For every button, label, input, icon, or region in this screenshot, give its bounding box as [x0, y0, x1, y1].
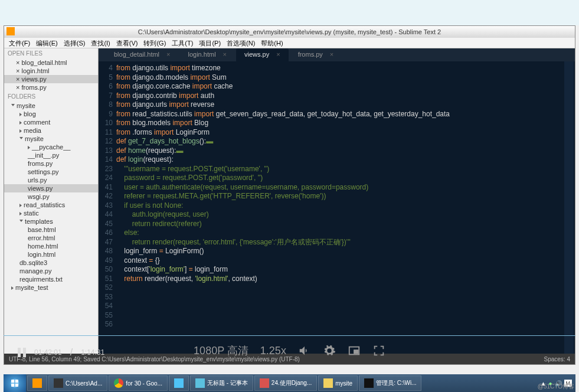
file-item[interactable]: manage.py: [4, 267, 98, 275]
editor-tab[interactable]: froms.py×: [290, 48, 342, 61]
windows-taskbar[interactable]: C:\Users\Ad...for 30 - Goo...无标题 - 记事本24…: [4, 374, 575, 392]
status-right[interactable]: Spaces: 4: [544, 356, 570, 362]
menubar[interactable]: 文件(F)编辑(E)选择(S)查找(I)查看(V)转到(G)工具(T)项目(P)…: [4, 38, 575, 48]
folder-item[interactable]: comment: [4, 118, 98, 126]
file-item[interactable]: error.html: [4, 234, 98, 242]
file-item[interactable]: base.html: [4, 226, 98, 234]
editor-tab[interactable]: blog_detail.html×: [106, 48, 179, 61]
taskbar-button[interactable]: [27, 375, 47, 391]
minimap[interactable]: [564, 61, 574, 354]
taskbar-button[interactable]: [169, 375, 189, 391]
menu-item[interactable]: 工具(T): [169, 38, 195, 48]
sublime-window: C:\Users\Administrator\Desktop\mysite_en…: [4, 25, 575, 365]
taskbar-button[interactable]: C:\Users\Ad...: [48, 375, 107, 391]
folder-item[interactable]: __pycache__: [4, 143, 98, 151]
folders-header: FOLDERS: [4, 92, 98, 102]
menu-item[interactable]: 编辑(E): [34, 38, 60, 48]
line-gutter: 4567891011121314232441424344454647484950…: [99, 61, 116, 354]
open-file-item[interactable]: × login.html: [4, 67, 98, 75]
file-item[interactable]: db.sqlite3: [4, 259, 98, 267]
close-tab-icon[interactable]: ×: [276, 51, 280, 58]
time-total: 1:14:31: [81, 348, 104, 357]
menu-item[interactable]: 帮助(H): [259, 38, 285, 48]
folder-item[interactable]: static: [4, 209, 98, 217]
file-item[interactable]: urls.py: [4, 176, 98, 184]
file-item[interactable]: wsgi.py: [4, 192, 98, 201]
open-file-item[interactable]: × views.py: [4, 75, 98, 83]
menu-item[interactable]: 查看(V): [114, 38, 140, 48]
code-lines[interactable]: from django.utils import timezonefrom dj…: [116, 61, 575, 354]
file-item[interactable]: views.py: [4, 184, 98, 192]
open-file-item[interactable]: × froms.py: [4, 83, 98, 92]
video-progress-bar[interactable]: [4, 335, 575, 336]
code-area[interactable]: 4567891011121314232441424344454647484950…: [99, 61, 575, 354]
browser-chrome-spacer: [0, 0, 579, 25]
folder-item[interactable]: mysite: [4, 135, 98, 143]
folder-item[interactable]: templates: [4, 217, 98, 226]
folder-item[interactable]: media: [4, 126, 98, 135]
folder-item[interactable]: read_statistics: [4, 201, 98, 209]
file-item[interactable]: home.html: [4, 242, 98, 250]
folder-item[interactable]: mysite: [4, 102, 98, 110]
menu-item[interactable]: 文件(F): [6, 38, 32, 48]
titlebar[interactable]: C:\Users\Administrator\Desktop\mysite_en…: [4, 26, 575, 38]
menu-item[interactable]: 查找(I): [89, 38, 112, 48]
play-controls: 01:42:01 / 1:14:31: [18, 347, 104, 358]
folder-item[interactable]: mysite_test: [4, 283, 98, 292]
taskbar-button[interactable]: for 30 - Goo...: [109, 375, 168, 391]
time-current: 01:42:01: [34, 348, 62, 357]
taskbar-button[interactable]: 无标题 - 记事本: [190, 375, 253, 391]
editor-tab[interactable]: views.py×: [236, 48, 289, 61]
file-item[interactable]: froms.py: [4, 159, 98, 168]
menu-item[interactable]: 项目(P): [197, 38, 223, 48]
menu-item[interactable]: 转到(G): [141, 38, 168, 48]
app-icon: [6, 27, 15, 35]
file-item[interactable]: settings.py: [4, 168, 98, 176]
editor-tab[interactable]: login.html×: [180, 48, 235, 61]
editor-area: blog_detail.html×login.html×views.py×fro…: [99, 48, 575, 354]
start-button[interactable]: [4, 374, 26, 392]
taskbar-button[interactable]: 24.使用Djang...: [254, 375, 317, 391]
file-item[interactable]: requirments.txt: [4, 275, 98, 283]
close-tab-icon[interactable]: ×: [330, 51, 333, 58]
tab-bar: blog_detail.html×login.html×views.py×fro…: [99, 48, 575, 61]
close-tab-icon[interactable]: ×: [166, 51, 170, 58]
sidebar: OPEN FILES × blog_detail.html× login.htm…: [4, 48, 99, 354]
menu-item[interactable]: 首选项(N): [224, 38, 257, 48]
open-files-header: OPEN FILES: [4, 48, 98, 58]
file-item[interactable]: login.html: [4, 250, 98, 259]
folder-item[interactable]: blog: [4, 110, 98, 118]
taskbar-button[interactable]: mysite: [318, 375, 358, 391]
watermark: @51CTO博客: [538, 383, 574, 391]
open-file-item[interactable]: × blog_detail.html: [4, 58, 98, 67]
menu-item[interactable]: 选择(S): [61, 38, 88, 48]
title-text: C:\Users\Administrator\Desktop\mysite_en…: [138, 28, 441, 35]
file-item[interactable]: __init__.py: [4, 151, 98, 159]
close-tab-icon[interactable]: ×: [223, 51, 227, 58]
taskbar-button[interactable]: 管理员: C:\Wi...: [359, 375, 421, 391]
pause-icon[interactable]: [18, 348, 26, 357]
